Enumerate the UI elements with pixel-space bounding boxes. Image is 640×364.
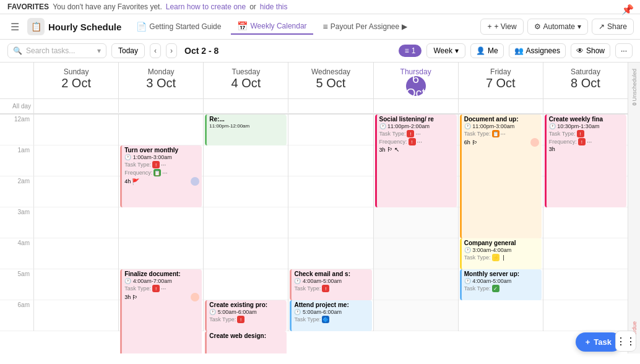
- saturday-5am[interactable]: [543, 269, 628, 300]
- event-finalize-document[interactable]: Finalize document: 🕐 4:00am-7:00am Task …: [120, 269, 202, 353]
- sunday-3am[interactable]: [34, 207, 118, 238]
- grid-view-button[interactable]: ⋮⋮: [615, 331, 636, 352]
- next-button[interactable]: ›: [166, 43, 177, 58]
- add-task-button[interactable]: + Task: [576, 332, 621, 352]
- saturday-6am[interactable]: [543, 300, 628, 331]
- more-options-finalize[interactable]: ···: [161, 285, 166, 292]
- wednesday-4am[interactable]: [288, 238, 373, 269]
- view-button[interactable]: + + View: [480, 19, 523, 35]
- automate-button[interactable]: ⚙ Automate ▾: [527, 19, 588, 35]
- type-badge-ap: 🔷: [322, 316, 329, 323]
- unscheduled-section[interactable]: 0 Unscheduled: [631, 69, 638, 106]
- hide-link[interactable]: hide this: [260, 2, 288, 11]
- wednesday-3am[interactable]: [288, 207, 373, 238]
- allday-thursday[interactable]: [374, 99, 459, 113]
- event-document[interactable]: Document and up: 🕐 11:00pm-3:00am Task T…: [460, 115, 542, 238]
- allday-saturday[interactable]: [543, 99, 628, 113]
- sunday-4am[interactable]: [34, 238, 118, 269]
- event-monthly-server[interactable]: Monthly server up: 🕐 4:00am-5:00am Task …: [460, 269, 542, 300]
- me-button[interactable]: 👤 Me: [470, 43, 504, 58]
- tuesday-2am[interactable]: [204, 176, 288, 207]
- day-header-sunday[interactable]: Sunday 2 Oct: [34, 63, 119, 98]
- week-selector[interactable]: Week ▾: [426, 43, 465, 58]
- saturday-4am[interactable]: [543, 238, 628, 269]
- day-header-wednesday[interactable]: Wednesday 5 Oct: [288, 63, 373, 98]
- day-column-wednesday[interactable]: Check email and s: 🕐 4:00am-5:00am Task …: [288, 115, 373, 331]
- more-options[interactable]: ···: [161, 162, 166, 168]
- monday-3am[interactable]: [119, 207, 203, 238]
- search-box[interactable]: 🔍 Search tasks... ▾: [7, 43, 106, 58]
- thursday-3am[interactable]: [374, 207, 458, 238]
- sunday-6am[interactable]: [34, 300, 118, 331]
- prev-button[interactable]: ‹: [150, 43, 161, 58]
- type-label-ap: Task Type:: [294, 316, 321, 323]
- me-label: Me: [488, 46, 498, 55]
- event-title-finalize: Finalize document:: [124, 271, 199, 278]
- event-check-email[interactable]: Check email and s: 🕐 4:00am-5:00am Task …: [290, 269, 371, 300]
- social-more2[interactable]: ···: [417, 139, 422, 145]
- doc-more[interactable]: ···: [501, 131, 506, 137]
- wednesday-12am[interactable]: [288, 115, 373, 145]
- saturday-3am[interactable]: [543, 207, 628, 238]
- thursday-4am[interactable]: [374, 238, 458, 269]
- show-button[interactable]: 👁 Show: [571, 43, 610, 58]
- day-column-monday[interactable]: Turn over monthly 🕐 1:00am-3:00am Task T…: [119, 115, 204, 331]
- day-header-friday[interactable]: Friday 7 Oct: [459, 63, 543, 98]
- share-button[interactable]: ↗ Share: [592, 19, 634, 35]
- tuesday-4am[interactable]: [204, 238, 288, 269]
- tab-payout[interactable]: ≡ Payout Per Assignee ▶: [317, 19, 414, 34]
- allday-sunday[interactable]: [34, 99, 119, 113]
- day-header-tuesday[interactable]: Tuesday 4 Oct: [204, 63, 288, 98]
- day-column-tuesday[interactable]: Re:... 11:00pm-12:00am Create existing: [204, 115, 288, 331]
- allday-monday[interactable]: [119, 99, 204, 113]
- sunday-12am[interactable]: [34, 115, 118, 145]
- event-attend-project[interactable]: Attend project me: 🕐 5:00am-6:00am Task …: [290, 300, 371, 331]
- sunday-1am[interactable]: [34, 145, 118, 176]
- calendar-container: Sunday 2 Oct Monday 3 Oct Tuesday 4 Oct …: [0, 63, 640, 353]
- day-column-sunday[interactable]: [34, 115, 119, 331]
- event-create-weekly[interactable]: Create weekly fina 🕐 10:30pm-1:30am Task…: [545, 115, 626, 207]
- today-button[interactable]: Today: [111, 43, 145, 58]
- day-column-friday[interactable]: Document and up: 🕐 11:00pm-3:00am Task T…: [459, 115, 543, 331]
- event-turn-over-monthly[interactable]: Turn over monthly 🕐 1:00am-3:00am Task T…: [120, 145, 202, 207]
- thursday-6am[interactable]: [374, 300, 458, 331]
- day-header-monday[interactable]: Monday 3 Oct: [119, 63, 204, 98]
- learn-link[interactable]: Learn how to create one: [166, 2, 246, 11]
- assignees-button[interactable]: 👥 Assignees: [509, 43, 566, 58]
- tuesday-12am[interactable]: Re:... 11:00pm-12:00am: [204, 115, 288, 145]
- more-button[interactable]: ···: [615, 43, 633, 58]
- event-create-web[interactable]: Create web design:: [205, 331, 287, 353]
- allday-tuesday[interactable]: [204, 99, 288, 113]
- event-social-listening[interactable]: Social listening/ re 🕐 11:00pm-2:00am Ta…: [375, 115, 457, 207]
- day-headers: Sunday 2 Oct Monday 3 Oct Tuesday 4 Oct …: [0, 63, 628, 99]
- social-more[interactable]: ···: [415, 131, 420, 137]
- wednesday-2am[interactable]: [288, 176, 373, 207]
- monday-4am[interactable]: [119, 238, 203, 269]
- tuesday-1am[interactable]: [204, 145, 288, 176]
- allday-friday[interactable]: [459, 99, 543, 113]
- tuesday-3am[interactable]: [204, 207, 288, 238]
- friday-6am[interactable]: [459, 300, 543, 331]
- tab-weekly-calendar[interactable]: 📅 Weekly Calendar: [231, 19, 313, 35]
- day-column-saturday[interactable]: Create weekly fina 🕐 10:30pm-1:30am Task…: [543, 115, 628, 331]
- filter-badge[interactable]: ≡ 1: [399, 45, 422, 57]
- day-column-thursday[interactable]: Social listening/ re 🕐 11:00pm-2:00am Ta…: [374, 115, 459, 331]
- wednesday-1am[interactable]: [288, 145, 373, 176]
- task-type-label: Task Type:: [124, 162, 151, 168]
- event-create-existing[interactable]: Create existing pro: 🕐 5:00am-6:00am Tas…: [205, 300, 287, 331]
- allday-wednesday[interactable]: [288, 99, 373, 113]
- day-header-thursday[interactable]: Thursday 6 Oct: [374, 63, 459, 98]
- thursday-5am[interactable]: [374, 269, 458, 300]
- day-header-saturday[interactable]: Saturday 8 Oct: [543, 63, 628, 98]
- hamburger-button[interactable]: ☰: [6, 18, 24, 35]
- time-scroll[interactable]: 12am 1am 2am 3am 4am 5am 6am: [0, 115, 628, 353]
- tab-getting-started[interactable]: 📄 Getting Started Guide: [130, 19, 227, 34]
- monday-12am[interactable]: [119, 115, 203, 145]
- sunday-5am[interactable]: [34, 269, 118, 300]
- sunday-2am[interactable]: [34, 176, 118, 207]
- event-re[interactable]: Re:... 11:00pm-12:00am: [205, 115, 287, 145]
- wk-more[interactable]: ···: [587, 139, 592, 145]
- more-options2[interactable]: ···: [162, 170, 167, 176]
- event-company-general[interactable]: Company general 🕐 3:00am-4:00am Task Typ…: [460, 238, 542, 269]
- tuesday-5am[interactable]: [204, 269, 288, 300]
